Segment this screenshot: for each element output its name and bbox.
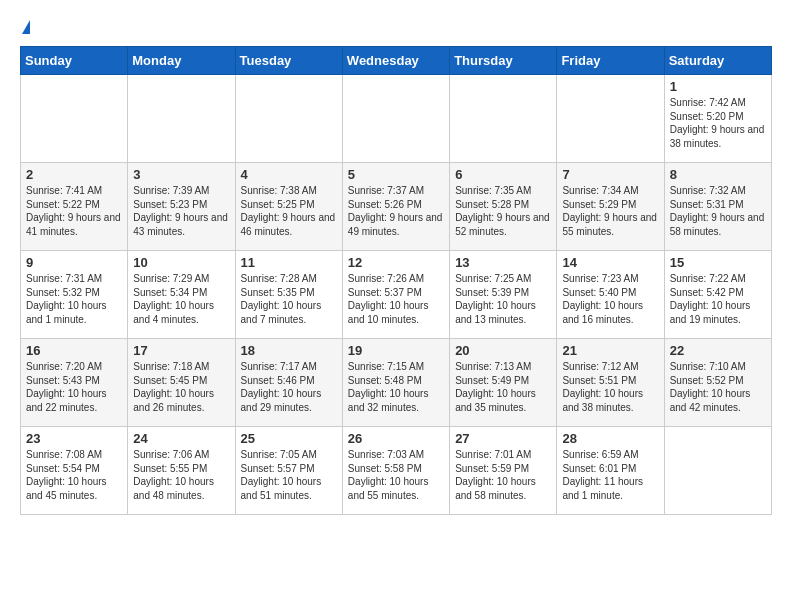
day-info-text: Sunrise: 7:28 AM Sunset: 5:35 PM Dayligh… — [241, 272, 337, 326]
calendar-header-row: SundayMondayTuesdayWednesdayThursdayFrid… — [21, 47, 772, 75]
weekday-header-tuesday: Tuesday — [235, 47, 342, 75]
day-info-text: Sunrise: 7:12 AM Sunset: 5:51 PM Dayligh… — [562, 360, 658, 414]
day-info-text: Sunrise: 7:34 AM Sunset: 5:29 PM Dayligh… — [562, 184, 658, 238]
calendar-cell: 10Sunrise: 7:29 AM Sunset: 5:34 PM Dayli… — [128, 251, 235, 339]
calendar-week-row: 16Sunrise: 7:20 AM Sunset: 5:43 PM Dayli… — [21, 339, 772, 427]
calendar-cell: 9Sunrise: 7:31 AM Sunset: 5:32 PM Daylig… — [21, 251, 128, 339]
calendar-cell: 11Sunrise: 7:28 AM Sunset: 5:35 PM Dayli… — [235, 251, 342, 339]
day-info-text: Sunrise: 7:17 AM Sunset: 5:46 PM Dayligh… — [241, 360, 337, 414]
day-info-text: Sunrise: 7:39 AM Sunset: 5:23 PM Dayligh… — [133, 184, 229, 238]
day-info-text: Sunrise: 6:59 AM Sunset: 6:01 PM Dayligh… — [562, 448, 658, 502]
calendar-cell — [342, 75, 449, 163]
calendar-cell: 19Sunrise: 7:15 AM Sunset: 5:48 PM Dayli… — [342, 339, 449, 427]
day-number: 20 — [455, 343, 551, 358]
day-info-text: Sunrise: 7:26 AM Sunset: 5:37 PM Dayligh… — [348, 272, 444, 326]
logo — [20, 20, 30, 36]
day-number: 25 — [241, 431, 337, 446]
day-info-text: Sunrise: 7:41 AM Sunset: 5:22 PM Dayligh… — [26, 184, 122, 238]
day-number: 21 — [562, 343, 658, 358]
calendar-cell: 28Sunrise: 6:59 AM Sunset: 6:01 PM Dayli… — [557, 427, 664, 515]
calendar-week-row: 2Sunrise: 7:41 AM Sunset: 5:22 PM Daylig… — [21, 163, 772, 251]
day-number: 3 — [133, 167, 229, 182]
day-number: 1 — [670, 79, 766, 94]
calendar-cell — [557, 75, 664, 163]
calendar-cell — [235, 75, 342, 163]
weekday-header-monday: Monday — [128, 47, 235, 75]
calendar-cell — [128, 75, 235, 163]
day-info-text: Sunrise: 7:05 AM Sunset: 5:57 PM Dayligh… — [241, 448, 337, 502]
calendar-week-row: 1Sunrise: 7:42 AM Sunset: 5:20 PM Daylig… — [21, 75, 772, 163]
day-number: 27 — [455, 431, 551, 446]
day-info-text: Sunrise: 7:31 AM Sunset: 5:32 PM Dayligh… — [26, 272, 122, 326]
day-number: 11 — [241, 255, 337, 270]
calendar-cell: 26Sunrise: 7:03 AM Sunset: 5:58 PM Dayli… — [342, 427, 449, 515]
calendar-cell: 4Sunrise: 7:38 AM Sunset: 5:25 PM Daylig… — [235, 163, 342, 251]
calendar-table: SundayMondayTuesdayWednesdayThursdayFrid… — [20, 46, 772, 515]
calendar-cell: 18Sunrise: 7:17 AM Sunset: 5:46 PM Dayli… — [235, 339, 342, 427]
calendar-cell: 6Sunrise: 7:35 AM Sunset: 5:28 PM Daylig… — [450, 163, 557, 251]
day-number: 13 — [455, 255, 551, 270]
day-number: 18 — [241, 343, 337, 358]
day-info-text: Sunrise: 7:32 AM Sunset: 5:31 PM Dayligh… — [670, 184, 766, 238]
day-number: 24 — [133, 431, 229, 446]
calendar-cell: 17Sunrise: 7:18 AM Sunset: 5:45 PM Dayli… — [128, 339, 235, 427]
page-header — [20, 20, 772, 36]
calendar-cell: 5Sunrise: 7:37 AM Sunset: 5:26 PM Daylig… — [342, 163, 449, 251]
day-number: 14 — [562, 255, 658, 270]
day-number: 12 — [348, 255, 444, 270]
day-number: 2 — [26, 167, 122, 182]
calendar-cell: 24Sunrise: 7:06 AM Sunset: 5:55 PM Dayli… — [128, 427, 235, 515]
day-number: 16 — [26, 343, 122, 358]
calendar-cell: 22Sunrise: 7:10 AM Sunset: 5:52 PM Dayli… — [664, 339, 771, 427]
day-info-text: Sunrise: 7:35 AM Sunset: 5:28 PM Dayligh… — [455, 184, 551, 238]
day-info-text: Sunrise: 7:08 AM Sunset: 5:54 PM Dayligh… — [26, 448, 122, 502]
weekday-header-thursday: Thursday — [450, 47, 557, 75]
calendar-cell: 13Sunrise: 7:25 AM Sunset: 5:39 PM Dayli… — [450, 251, 557, 339]
day-number: 10 — [133, 255, 229, 270]
day-number: 15 — [670, 255, 766, 270]
day-number: 17 — [133, 343, 229, 358]
calendar-cell: 8Sunrise: 7:32 AM Sunset: 5:31 PM Daylig… — [664, 163, 771, 251]
day-number: 28 — [562, 431, 658, 446]
calendar-cell: 15Sunrise: 7:22 AM Sunset: 5:42 PM Dayli… — [664, 251, 771, 339]
calendar-cell — [21, 75, 128, 163]
calendar-cell: 14Sunrise: 7:23 AM Sunset: 5:40 PM Dayli… — [557, 251, 664, 339]
calendar-cell — [450, 75, 557, 163]
weekday-header-saturday: Saturday — [664, 47, 771, 75]
calendar-cell — [664, 427, 771, 515]
day-info-text: Sunrise: 7:29 AM Sunset: 5:34 PM Dayligh… — [133, 272, 229, 326]
day-number: 7 — [562, 167, 658, 182]
day-info-text: Sunrise: 7:20 AM Sunset: 5:43 PM Dayligh… — [26, 360, 122, 414]
day-info-text: Sunrise: 7:06 AM Sunset: 5:55 PM Dayligh… — [133, 448, 229, 502]
day-info-text: Sunrise: 7:22 AM Sunset: 5:42 PM Dayligh… — [670, 272, 766, 326]
calendar-cell: 25Sunrise: 7:05 AM Sunset: 5:57 PM Dayli… — [235, 427, 342, 515]
weekday-header-friday: Friday — [557, 47, 664, 75]
calendar-cell: 7Sunrise: 7:34 AM Sunset: 5:29 PM Daylig… — [557, 163, 664, 251]
day-number: 19 — [348, 343, 444, 358]
calendar-cell: 2Sunrise: 7:41 AM Sunset: 5:22 PM Daylig… — [21, 163, 128, 251]
day-info-text: Sunrise: 7:13 AM Sunset: 5:49 PM Dayligh… — [455, 360, 551, 414]
day-info-text: Sunrise: 7:10 AM Sunset: 5:52 PM Dayligh… — [670, 360, 766, 414]
calendar-cell: 21Sunrise: 7:12 AM Sunset: 5:51 PM Dayli… — [557, 339, 664, 427]
calendar-cell: 1Sunrise: 7:42 AM Sunset: 5:20 PM Daylig… — [664, 75, 771, 163]
day-number: 6 — [455, 167, 551, 182]
day-info-text: Sunrise: 7:25 AM Sunset: 5:39 PM Dayligh… — [455, 272, 551, 326]
day-number: 8 — [670, 167, 766, 182]
day-info-text: Sunrise: 7:37 AM Sunset: 5:26 PM Dayligh… — [348, 184, 444, 238]
day-info-text: Sunrise: 7:23 AM Sunset: 5:40 PM Dayligh… — [562, 272, 658, 326]
weekday-header-wednesday: Wednesday — [342, 47, 449, 75]
day-info-text: Sunrise: 7:15 AM Sunset: 5:48 PM Dayligh… — [348, 360, 444, 414]
day-info-text: Sunrise: 7:18 AM Sunset: 5:45 PM Dayligh… — [133, 360, 229, 414]
day-number: 26 — [348, 431, 444, 446]
day-info-text: Sunrise: 7:38 AM Sunset: 5:25 PM Dayligh… — [241, 184, 337, 238]
calendar-cell: 3Sunrise: 7:39 AM Sunset: 5:23 PM Daylig… — [128, 163, 235, 251]
calendar-week-row: 9Sunrise: 7:31 AM Sunset: 5:32 PM Daylig… — [21, 251, 772, 339]
calendar-cell: 27Sunrise: 7:01 AM Sunset: 5:59 PM Dayli… — [450, 427, 557, 515]
calendar-cell: 16Sunrise: 7:20 AM Sunset: 5:43 PM Dayli… — [21, 339, 128, 427]
day-number: 4 — [241, 167, 337, 182]
calendar-cell: 23Sunrise: 7:08 AM Sunset: 5:54 PM Dayli… — [21, 427, 128, 515]
day-info-text: Sunrise: 7:42 AM Sunset: 5:20 PM Dayligh… — [670, 96, 766, 150]
calendar-week-row: 23Sunrise: 7:08 AM Sunset: 5:54 PM Dayli… — [21, 427, 772, 515]
day-number: 5 — [348, 167, 444, 182]
logo-triangle-icon — [22, 20, 30, 34]
